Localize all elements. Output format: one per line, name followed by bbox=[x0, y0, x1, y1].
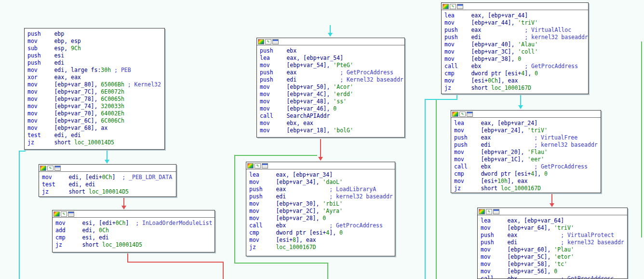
asm-line[interactable]: push esi bbox=[27, 52, 162, 59]
asm-line[interactable]: mov [ebp+var_34], 'daoL' bbox=[249, 179, 393, 186]
asm-line[interactable]: push edi ; kernel32 baseaddr bbox=[249, 193, 393, 200]
asm-line[interactable]: mov [ebp+var_74], 320033h bbox=[27, 103, 162, 110]
asm-line[interactable]: mov [ebp+var_5C], 'etor' bbox=[481, 253, 625, 261]
asm-line[interactable]: cmp dword ptr [esi+4], 0 bbox=[249, 229, 393, 237]
node-color-icon[interactable] bbox=[258, 39, 264, 44]
graph-node-getprocaddress[interactable]: ✎push ebxlea eax, [ebp+var_54]mov [ebp+v… bbox=[256, 38, 405, 138]
asm-line[interactable]: mov [ebp+var_70], 64002Eh bbox=[27, 110, 162, 117]
asm-line[interactable]: mov [ebp+var_54], 'PteG' bbox=[260, 62, 402, 69]
asm-line[interactable]: mov [ebp+var_68], ax bbox=[27, 125, 162, 132]
asm-line[interactable]: call ebx ; GetProcAddress bbox=[454, 163, 599, 170]
graph-node-entry[interactable]: push ebpmov ebp, espsub esp, 9Chpush esi… bbox=[24, 28, 165, 150]
graph-node-module-list[interactable]: ✎mov esi, [edi+0Ch] ; InLoadOrderModuleL… bbox=[52, 210, 215, 252]
asm-line[interactable]: push eax ; VirtualFree bbox=[454, 134, 599, 141]
node-textview-icon[interactable] bbox=[493, 209, 499, 214]
asm-line[interactable]: cmp esi, edi bbox=[55, 234, 213, 241]
asm-line[interactable]: mov [ebp+var_18], 'bolG' bbox=[260, 127, 402, 134]
asm-line[interactable]: lea eax, [ebp+var_64] bbox=[481, 217, 625, 224]
asm-line[interactable]: lea eax, [ebp+var_44] bbox=[444, 12, 586, 19]
asm-line[interactable]: mov [ebp+var_7C], 6E0072h bbox=[27, 88, 162, 96]
asm-line[interactable]: cmp dword ptr [esi+4], 0 bbox=[444, 70, 586, 77]
node-edit-icon[interactable]: ✎ bbox=[459, 112, 466, 117]
asm-line[interactable]: mov [ebp+var_20], 'Flau' bbox=[454, 149, 599, 156]
node-edit-icon[interactable]: ✎ bbox=[486, 209, 492, 214]
graph-canvas[interactable]: push ebpmov ebp, espsub esp, 9Chpush esi… bbox=[0, 0, 644, 279]
asm-line[interactable]: jz short loc_1000167D bbox=[454, 185, 599, 192]
asm-line[interactable]: mov [ebp+var_80], 65006Bh ; Kernel32 bbox=[27, 81, 162, 88]
asm-line[interactable]: push eax ; VirtualProtect bbox=[481, 232, 625, 239]
asm-line[interactable]: mov [ebp+var_60], 'Plau' bbox=[481, 246, 625, 253]
asm-line[interactable]: mov [ebp+var_24], 'triV' bbox=[454, 127, 599, 134]
asm-line[interactable]: mov ebp, esp bbox=[27, 38, 162, 45]
asm-line[interactable]: mov [ebp+var_4C], 'erdd' bbox=[260, 91, 402, 98]
asm-line[interactable]: push ebx bbox=[260, 47, 402, 55]
node-edit-icon[interactable]: ✎ bbox=[61, 211, 67, 217]
asm-line[interactable]: mov [ebp+var_50], 'Acor' bbox=[260, 84, 402, 91]
graph-node-loadlibrarya[interactable]: ✎lea eax, [ebp+var_34]mov [ebp+var_34], … bbox=[246, 162, 395, 256]
asm-line[interactable]: call ebx ; GetProcAddress bbox=[249, 222, 393, 229]
graph-node-virtualfree[interactable]: ✎lea eax, [ebp+var_24]mov [ebp+var_24], … bbox=[451, 110, 601, 193]
asm-line[interactable]: mov [ebp+var_38], 0 bbox=[444, 56, 586, 63]
asm-line[interactable]: push edi ; kernel32 baseaddr bbox=[481, 239, 625, 246]
asm-line[interactable]: mov [ebp+var_58], 'tc' bbox=[481, 261, 625, 268]
asm-line[interactable]: mov [ebp+var_44], 'triV' bbox=[444, 19, 586, 27]
asm-line[interactable]: test edi, edi bbox=[27, 132, 162, 139]
asm-line[interactable]: sub esp, 9Ch bbox=[27, 45, 162, 52]
asm-line[interactable]: lea eax, [ebp+var_54] bbox=[260, 55, 402, 62]
asm-line[interactable]: mov edi, large fs:30h ; PEB bbox=[27, 67, 162, 74]
asm-line[interactable]: lea eax, [ebp+var_34] bbox=[249, 171, 393, 179]
asm-line[interactable]: call ebx ; GetProcAddress bbox=[481, 275, 625, 279]
asm-line[interactable]: mov [esi+10h], eax bbox=[454, 178, 599, 185]
node-edit-icon[interactable]: ✎ bbox=[255, 163, 261, 168]
node-edit-icon[interactable]: ✎ bbox=[47, 166, 54, 171]
asm-line[interactable]: mov [ebp+var_78], 6C0065h bbox=[27, 96, 162, 103]
asm-line[interactable]: lea eax, [ebp+var_24] bbox=[454, 120, 599, 127]
node-edit-icon[interactable]: ✎ bbox=[450, 4, 456, 9]
asm-line[interactable]: push edi ; kernel32 baseaddr bbox=[444, 34, 586, 41]
asm-line[interactable]: mov [ebp+var_6C], 6C006Ch bbox=[27, 117, 162, 125]
asm-line[interactable]: jz short loc_100014D5 bbox=[55, 241, 213, 249]
node-textview-icon[interactable] bbox=[272, 39, 279, 44]
asm-line[interactable]: add edi, 0Ch bbox=[55, 227, 213, 234]
node-color-icon[interactable] bbox=[54, 211, 60, 217]
node-color-icon[interactable] bbox=[479, 209, 485, 214]
asm-line[interactable]: cmp dword ptr [esi+4], 0 bbox=[454, 170, 599, 178]
asm-line[interactable]: push edi bbox=[27, 59, 162, 67]
asm-line[interactable]: jz short loc_100014D5 bbox=[27, 139, 162, 146]
asm-line[interactable]: mov [ebp+var_28], 0 bbox=[249, 215, 393, 222]
node-textview-icon[interactable] bbox=[467, 112, 473, 117]
node-color-icon[interactable] bbox=[452, 112, 458, 117]
node-textview-icon[interactable] bbox=[54, 166, 61, 171]
asm-line[interactable]: push edi ; kernel32 baseaddr bbox=[454, 141, 599, 149]
graph-node-peb-ldr-data[interactable]: ✎mov edi, [edi+0Ch] ; _PEB_LDR_DATAtest … bbox=[39, 164, 176, 197]
asm-line[interactable]: push ebp bbox=[27, 30, 162, 38]
asm-line[interactable]: test edi, edi bbox=[42, 181, 174, 188]
node-textview-icon[interactable] bbox=[457, 4, 463, 9]
asm-line[interactable]: jz loc_1000167D bbox=[249, 244, 393, 251]
asm-line[interactable]: mov [esi+8], eax bbox=[249, 237, 393, 244]
asm-line[interactable]: mov [esi+0Ch], eax bbox=[444, 77, 586, 84]
asm-line[interactable]: mov ebx, eax bbox=[260, 120, 402, 127]
asm-line[interactable]: push edi ; Kernel32 baseaddr bbox=[260, 76, 402, 84]
asm-line[interactable]: push eax ; GetProcAddress bbox=[260, 69, 402, 76]
asm-line[interactable]: mov [ebp+var_48], 'ss' bbox=[260, 98, 402, 105]
node-edit-icon[interactable]: ✎ bbox=[265, 39, 271, 44]
asm-line[interactable]: jz short loc_1000167D bbox=[444, 84, 586, 92]
asm-line[interactable]: xor eax, eax bbox=[27, 74, 162, 81]
asm-line[interactable]: mov [ebp+var_56], 0 bbox=[481, 268, 625, 275]
node-color-icon[interactable] bbox=[247, 163, 254, 168]
asm-line[interactable]: mov edi, [edi+0Ch] ; _PEB_LDR_DATA bbox=[42, 174, 174, 181]
asm-line[interactable]: mov [ebp+var_64], 'triV' bbox=[481, 224, 625, 232]
asm-line[interactable]: mov [ebp+var_1C], 'eer' bbox=[454, 156, 599, 163]
asm-line[interactable]: mov [ebp+var_30], 'rbiL' bbox=[249, 200, 393, 208]
graph-node-virtualprotect[interactable]: ✎lea eax, [ebp+var_64]mov [ebp+var_64], … bbox=[477, 208, 628, 279]
asm-line[interactable]: mov [ebp+var_46], 0 bbox=[260, 105, 402, 112]
asm-line[interactable]: call SearchAPIAddr bbox=[260, 112, 402, 120]
asm-line[interactable]: push eax ; LoadLibraryA bbox=[249, 186, 393, 193]
asm-line[interactable]: mov [ebp+var_3C], 'coll' bbox=[444, 48, 586, 56]
graph-node-virtualalloc[interactable]: ✎lea eax, [ebp+var_44]mov [ebp+var_44], … bbox=[441, 2, 589, 94]
node-color-icon[interactable] bbox=[40, 166, 46, 171]
node-textview-icon[interactable] bbox=[262, 163, 268, 168]
node-textview-icon[interactable] bbox=[68, 211, 74, 217]
asm-line[interactable]: call ebx ; GetProcAddress bbox=[444, 63, 586, 70]
